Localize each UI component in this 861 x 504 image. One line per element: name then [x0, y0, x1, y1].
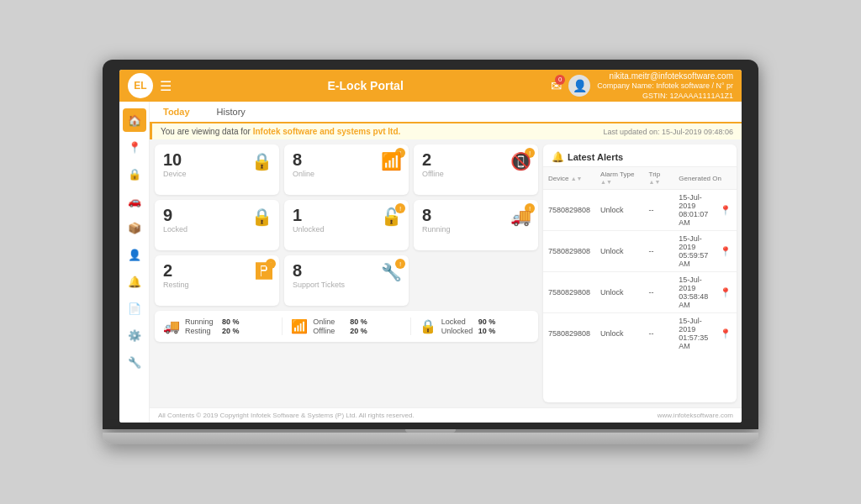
user-email: nikita.meitr@infoteksoftware.com — [597, 71, 733, 81]
tab-history[interactable]: History — [203, 102, 259, 123]
status-group-running: 🚚 Running 80 % Resting — [163, 318, 273, 335]
card-online: ! 8 Online 📶 — [284, 144, 409, 195]
status-rows-connectivity: Online 80 % Offline 20 % — [313, 318, 367, 335]
alerts-table-container: Device ▲▼ Alarm Type ▲▼ — [543, 167, 737, 402]
gstin: GSTIN: 12AAAA1111A1Z1 — [597, 92, 733, 102]
status-offline-row: Offline 20 % — [313, 327, 367, 335]
website-link: www.infoteksoftware.com — [658, 412, 733, 419]
col-alarm-type: Alarm Type ▲▼ — [595, 167, 644, 190]
status-truck-icon: 🚚 — [163, 318, 180, 334]
status-group-connectivity: 📶 Online 80 % Offline — [291, 318, 401, 335]
sort-device-icon[interactable]: ▲▼ — [571, 176, 583, 181]
wifi-icon: 📶 — [381, 151, 402, 171]
alerts-table: Device ▲▼ Alarm Type ▲▼ — [543, 167, 737, 354]
offline-icon: 📵 — [510, 151, 531, 171]
avatar[interactable]: 👤 — [568, 75, 590, 97]
resting-status-label: Resting — [185, 327, 219, 335]
info-bar: You are viewing data for Infotek softwar… — [150, 123, 742, 139]
status-resting-row: Resting 20 % — [185, 327, 240, 335]
resting-count: 2 — [163, 262, 271, 279]
alerts-panel: 🔔 Latest Alerts D — [543, 144, 737, 402]
card-resting: ! 2 Resting 🅿 — [155, 255, 279, 306]
card-device: 10 Device 🔒 — [155, 144, 279, 195]
card-running: ! 8 Running 🚚 — [414, 200, 538, 250]
unlocked-status-pct: 10 % — [478, 327, 496, 335]
cell-alarm-type: Unlock — [595, 190, 644, 231]
sidebar: 🏠 📍 🔒 🚗 📦 👤 🔔 📄 ⚙️ 🔧 — [119, 102, 150, 423]
info-company: Infotek software and systems pvt ltd. — [253, 127, 401, 136]
unlocked-icon: 🔓 — [381, 207, 402, 227]
alert-bell-icon: 🔔 — [552, 151, 564, 163]
menu-icon[interactable]: ☰ — [160, 78, 172, 94]
running-status-label: Running — [185, 318, 219, 326]
sort-trip-icon[interactable]: ▲▼ — [649, 179, 661, 185]
locked-status-pct: 90 % — [478, 318, 496, 326]
sidebar-item-home[interactable]: 🏠 — [123, 108, 146, 132]
cell-generated-on: 15-Jul-2019 05:59:57 AM 📍 — [673, 231, 737, 272]
status-group-lock: 🔒 Locked 90 % Unlocked — [420, 318, 530, 335]
location-pin-icon[interactable]: 📍 — [720, 246, 732, 257]
resting-status-pct: 20 % — [222, 327, 240, 335]
info-bar-text: You are viewing data for Infotek softwar… — [161, 127, 400, 136]
notification-count: 0 — [555, 75, 565, 85]
footer: All Contents © 2019 Copyright Infotek So… — [150, 407, 742, 423]
location-pin-icon[interactable]: 📍 — [720, 205, 732, 216]
cards-row-3: ! 2 Resting 🅿 ! 8 Support Tickets — [155, 255, 538, 306]
cell-generated-on: 15-Jul-2019 03:58:48 AM 📍 — [673, 272, 737, 313]
cell-device: 7580829808 — [543, 190, 595, 231]
status-wifi-icon: 📶 — [291, 318, 308, 334]
last-updated: Last updated on: 15-Jul-2019 09:48:06 — [603, 128, 733, 136]
status-running-row: Running 80 % — [185, 318, 240, 326]
location-pin-icon[interactable]: 📍 — [720, 328, 732, 339]
cell-alarm-type: Unlock — [595, 231, 644, 272]
right-panel: 🔔 Latest Alerts D — [543, 144, 737, 402]
offline-status-pct: 20 % — [350, 327, 367, 335]
sidebar-item-lock[interactable]: 🔒 — [123, 162, 146, 186]
sidebar-item-reports[interactable]: 📄 — [123, 297, 146, 320]
sort-alarm-icon[interactable]: ▲▼ — [600, 179, 612, 185]
location-pin-icon[interactable]: 📍 — [720, 287, 732, 298]
offline-status-label: Offline — [313, 327, 346, 335]
status-rows-lock: Locked 90 % Unlocked 10 % — [441, 318, 496, 335]
logo: EL — [128, 73, 153, 98]
col-trip: Trip ▲▼ — [644, 167, 674, 190]
topbar: EL ☰ E-Lock Portal ✉ 0 👤 nikita.meitr@in… — [119, 70, 742, 102]
device-icon: 🔒 — [251, 151, 272, 171]
resting-icon: 🅿 — [256, 262, 272, 281]
cell-device: 7580829808 — [543, 313, 595, 354]
dashboard: 10 Device 🔒 ! 8 Online 📶 — [150, 139, 742, 407]
notification-bell[interactable]: ✉ 0 — [551, 78, 562, 94]
screen: EL ☰ E-Lock Portal ✉ 0 👤 nikita.meitr@in… — [119, 70, 742, 423]
status-unlocked-row: Unlocked 10 % — [441, 327, 496, 335]
table-row: 7580829808 Unlock -- 15-Jul-2019 01:57:3… — [543, 313, 737, 354]
divider-1 — [282, 318, 283, 335]
sidebar-item-tools[interactable]: 🔧 — [123, 350, 146, 374]
tools-icon: 🔧 — [381, 262, 402, 282]
card-unlocked: ! 1 Unlocked 🔓 — [284, 200, 409, 250]
running-status-pct: 80 % — [222, 318, 240, 326]
locked-status-label: Locked — [441, 318, 475, 326]
sidebar-item-user[interactable]: 👤 — [123, 243, 146, 266]
info-prefix: You are viewing data for — [161, 127, 251, 136]
locked-icon: 🔒 — [251, 207, 272, 227]
unlocked-status-label: Unlocked — [441, 327, 475, 335]
laptop-base — [103, 433, 758, 444]
user-info: nikita.meitr@infoteksoftware.com Company… — [597, 71, 733, 101]
cell-alarm-type: Unlock — [595, 313, 644, 354]
sidebar-item-notifications[interactable]: 🔔 — [123, 270, 146, 293]
cell-device: 7580829808 — [543, 231, 595, 272]
sidebar-item-package[interactable]: 📦 — [123, 216, 146, 239]
sidebar-item-location[interactable]: 📍 — [123, 135, 146, 159]
col-device: Device ▲▼ — [543, 167, 595, 190]
content-area: Today History You are viewing data for I… — [150, 102, 742, 423]
table-row: 7580829808 Unlock -- 15-Jul-2019 05:59:5… — [543, 231, 737, 272]
sidebar-item-settings[interactable]: ⚙️ — [123, 323, 146, 347]
online-status-label: Online — [313, 318, 346, 326]
sidebar-item-vehicle[interactable]: 🚗 — [123, 189, 146, 213]
cell-trip: -- — [644, 313, 674, 354]
tab-today[interactable]: Today — [150, 102, 203, 123]
app-container: EL ☰ E-Lock Portal ✉ 0 👤 nikita.meitr@in… — [119, 70, 742, 423]
online-status-pct: 80 % — [350, 318, 367, 326]
status-lock-icon: 🔒 — [420, 318, 436, 334]
company-name: Company Name: Infotek software / N° pr — [597, 81, 733, 92]
